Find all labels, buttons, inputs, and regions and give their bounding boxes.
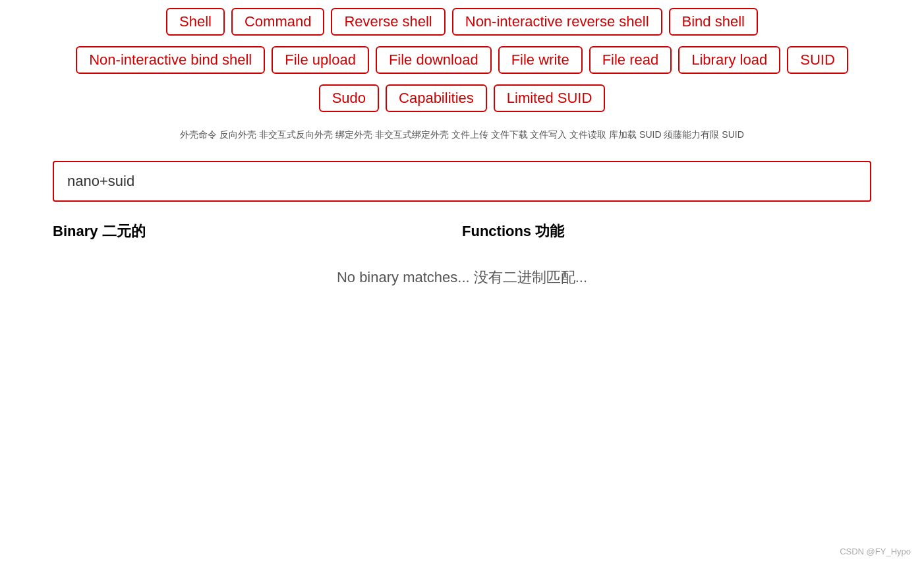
tag-btn-reverse-shell[interactable]: Reverse shell	[331, 8, 445, 36]
tag-btn-shell[interactable]: Shell	[166, 8, 225, 36]
tag-btn-bind-shell[interactable]: Bind shell	[669, 8, 758, 36]
tag-btn-sudo[interactable]: Sudo	[319, 84, 379, 112]
tag-btn-library-load[interactable]: Library load	[678, 46, 780, 74]
tag-btn-command[interactable]: Command	[231, 8, 324, 36]
chinese-tags: 外壳命令 反向外壳 非交互式反向外壳 绑定外壳 非交互式绑定外壳 文件上传 文件…	[0, 123, 924, 148]
tag-btn-file-download[interactable]: File download	[376, 46, 492, 74]
search-container	[53, 161, 871, 202]
search-input[interactable]	[53, 161, 871, 202]
results-section: Binary 二元的 Functions 功能 No binary matche…	[53, 222, 871, 307]
no-results-message: No binary matches... 没有二进制匹配...	[53, 248, 871, 307]
tag-row-3: SudoCapabilitiesLimited SUID	[0, 79, 924, 120]
results-header: Binary 二元的 Functions 功能	[53, 222, 871, 248]
tag-btn-suid[interactable]: SUID	[787, 46, 848, 74]
tag-btn-file-upload[interactable]: File upload	[272, 46, 369, 74]
watermark: CSDN @FY_Hypo	[840, 547, 911, 556]
col-functions-label: Functions 功能	[462, 222, 871, 248]
tag-btn-file-read[interactable]: File read	[589, 46, 672, 74]
tag-btn-file-write[interactable]: File write	[498, 46, 583, 74]
tag-row-1: ShellCommandReverse shellNon-interactive…	[0, 0, 924, 41]
tag-btn-non-interactive-reverse-shell[interactable]: Non-interactive reverse shell	[452, 8, 662, 36]
col-binary-label: Binary 二元的	[53, 222, 462, 248]
tag-btn-non-interactive-bind-shell[interactable]: Non-interactive bind shell	[76, 46, 265, 74]
tag-btn-capabilities[interactable]: Capabilities	[386, 84, 487, 112]
tag-btn-limited-suid[interactable]: Limited SUID	[494, 84, 606, 112]
tag-row-2: Non-interactive bind shellFile uploadFil…	[0, 41, 924, 79]
